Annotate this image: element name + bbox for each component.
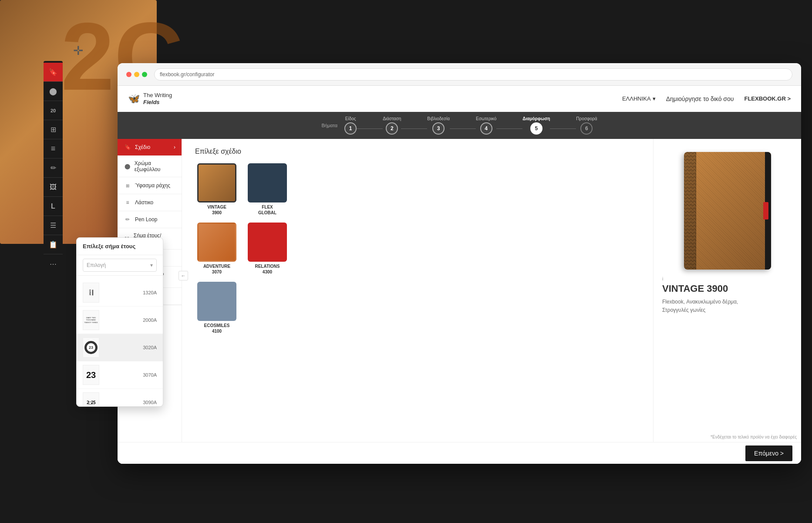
step-4[interactable]: Εσωτερικό 4 (476, 116, 496, 135)
year-badge-item-3070A[interactable]: 23 3070A (77, 361, 163, 389)
number-icon: 20 (51, 108, 56, 113)
browser-header: flexbook.gr/configurator (118, 63, 801, 86)
bottom-bar: Επόμενο > (118, 442, 801, 464)
toolbar-item-lines[interactable]: ≡ (44, 139, 63, 159)
step-connector-3 (450, 128, 476, 129)
logo-line1: The Writing (143, 92, 172, 99)
ecosmiles-name: ECOSMILES4100 (204, 323, 230, 334)
toolbar-item-book[interactable]: 📋 (44, 235, 63, 254)
sidebar-item-chroma[interactable]: ⬤ Χρώμα εξωφύλλου (118, 156, 182, 177)
product-preview-panel: i VINTAGE 3900 Flexbook, Ανακυκλωμένο δέ… (653, 139, 801, 464)
product-desc-line1: Flexbook, Ανακυκλωμένο δέρμα, (662, 299, 738, 305)
sidebar-item-penloop[interactable]: ✏ Pen Loop (118, 211, 182, 228)
toolbar-item-list[interactable]: ☰ (44, 216, 63, 235)
create-button[interactable]: Δημιούργησε το δικό σου (666, 95, 734, 102)
schedio-arrow-icon: › (174, 144, 175, 150)
chevron-down-icon: ▾ (653, 95, 656, 102)
toolbar-item-image[interactable]: 🖼 (44, 178, 63, 197)
browser-window-controls (126, 72, 147, 77)
dots-icon: ⋯ (50, 260, 57, 268)
step-6-circle: 6 (580, 122, 593, 135)
step-connector-5 (550, 128, 576, 129)
design-card-flex[interactable]: FLEXGLOBAL (246, 163, 289, 216)
lastiko-icon: ≡ (124, 199, 131, 206)
circle-icon: ⬤ (49, 87, 57, 95)
design-card-adventure[interactable]: ADVENTURE3070 (195, 223, 239, 275)
step-3[interactable]: Βιβλιοδεσία 3 (427, 116, 450, 135)
step-3-circle: 3 (432, 122, 445, 135)
design-card-vintage[interactable]: VINTAGE3900 (195, 163, 239, 216)
toolbar-item-pen[interactable]: ✏ (44, 159, 63, 178)
maximize-dot[interactable] (142, 72, 147, 77)
next-button[interactable]: Επόμενο > (745, 445, 792, 461)
content-panel: Επίλεξε σχέδιο VINTAGE3900 FLEXGLOBAL (182, 139, 653, 464)
year-badge-popup: Επίλεξε σήμα έτους Επιλογή ▾ 2023 1320A … (76, 237, 163, 407)
badge-code-2000A: 2000A (143, 317, 157, 323)
panel-collapse-button[interactable]: ← (179, 271, 188, 280)
year-badge-item-1320A[interactable]: 2023 1320A (77, 279, 163, 307)
site-nav: ΕΛΛΗΝΙΚΑ ▾ Δημιούργησε το δικό σου FLEXB… (622, 95, 791, 102)
badge-code-1320A: 1320A (143, 290, 157, 295)
language-label: ΕΛΛΗΝΙΚΑ (622, 95, 651, 102)
step-1-label: Είδος (345, 116, 356, 121)
badge-code-3020A: 3020A (143, 345, 157, 350)
close-dot[interactable] (126, 72, 131, 77)
flexbook-label: FLEXBOOK.GR > (744, 95, 791, 102)
year-badge-item-3020A[interactable]: 23 3020A (77, 334, 163, 361)
notebook-texture (684, 152, 771, 270)
toolbar-item-bookmark[interactable]: 🔖 (44, 63, 63, 82)
product-info: i VINTAGE 3900 Flexbook, Ανακυκλωμένο δέ… (662, 270, 792, 321)
design-card-relations[interactable]: RELATIONS4300 (246, 223, 289, 275)
url-bar[interactable]: flexbook.gr/configurator (154, 68, 792, 81)
step-1-circle: 1 (344, 122, 357, 135)
step-2-circle: 2 (386, 122, 398, 135)
toolbar-item-grid[interactable]: ⊞ (44, 120, 63, 139)
list-icon: ☰ (50, 221, 56, 229)
product-name: VINTAGE 3900 (662, 283, 792, 294)
minimize-dot[interactable] (134, 72, 139, 77)
sidebar-item-lastiko[interactable]: ≡ Λάστικο (118, 194, 182, 211)
notebook-preview (684, 152, 771, 270)
spacer (296, 163, 335, 216)
site-logo: 🦋 The Writing Fields (128, 92, 172, 105)
steps-prefix-label: Βήματα (321, 123, 337, 128)
toolbar-item-number[interactable]: 20 (44, 101, 63, 120)
adventure-swatch (197, 223, 236, 262)
chroma-icon: ⬤ (124, 162, 131, 170)
badge-preview-1320A: 2023 (83, 283, 99, 303)
next-label: Επόμενο > (754, 450, 784, 457)
year-badge-items-list: 2023 1320A DIARY TWO THOUSAND TWENTY THR… (77, 276, 163, 406)
badge-preview-3090A: 2□25 (83, 392, 99, 406)
penloop-icon: ✏ (124, 216, 131, 223)
sidebar-item-yfasma[interactable]: ⊞ Ύφασμα ράχης (118, 177, 182, 194)
toolbar-item-circle[interactable]: ⬤ (44, 82, 63, 101)
step-2-label: Διάσταση (383, 116, 401, 121)
sidebar-item-schedio[interactable]: 🔖 Σχέδιο › (118, 139, 182, 156)
schedio-icon: 🔖 (124, 143, 131, 151)
year-select-dropdown[interactable]: Επιλογή ▾ (83, 259, 157, 272)
language-selector[interactable]: ΕΛΛΗΝΙΚΑ ▾ (622, 95, 656, 102)
penloop-label: Pen Loop (135, 216, 157, 223)
step-6[interactable]: Προσφορά 6 (576, 116, 597, 135)
spacer2 (296, 223, 335, 275)
year-badge-item-3090A[interactable]: 2□25 3090A (77, 389, 163, 406)
design-card-ecosmiles[interactable]: ECOSMILES4100 (195, 282, 239, 334)
toolbar-item-dots[interactable]: ⋯ (44, 254, 63, 273)
adventure-name: ADVENTURE3070 (203, 263, 230, 275)
steps-bar: Βήματα Είδος 1 Διάσταση 2 Βιβλιοδεσία 3 … (118, 112, 801, 139)
logo-line2: Fields (143, 99, 172, 106)
product-description: Flexbook, Ανακυκλωμένο δέρμα, Στρογγυλές… (662, 298, 792, 314)
ecosmiles-swatch (197, 282, 236, 321)
step-5[interactable]: Διαμόρφωση 5 (522, 116, 550, 135)
year-badge-item-2000A[interactable]: DIARY TWO THOUSAND TWENTY THREE 2000A (77, 307, 163, 334)
relations-name: RELATIONS4300 (255, 263, 280, 275)
step-1[interactable]: Είδος 1 (344, 116, 357, 135)
steps-container: Είδος 1 Διάσταση 2 Βιβλιοδεσία 3 Εσωτερι… (344, 116, 597, 135)
logo-text: The Writing Fields (143, 92, 172, 105)
pen-icon: ✏ (51, 164, 56, 172)
step-2[interactable]: Διάσταση 2 (383, 116, 401, 135)
left-toolbar: 🔖 ⬤ 20 ⊞ ≡ ✏ 🖼 L ☰ 📋 ⋯ (44, 61, 63, 275)
flexbook-link[interactable]: FLEXBOOK.GR > (744, 95, 791, 102)
toolbar-item-L[interactable]: L (44, 197, 63, 216)
notebook-tab (763, 202, 768, 219)
